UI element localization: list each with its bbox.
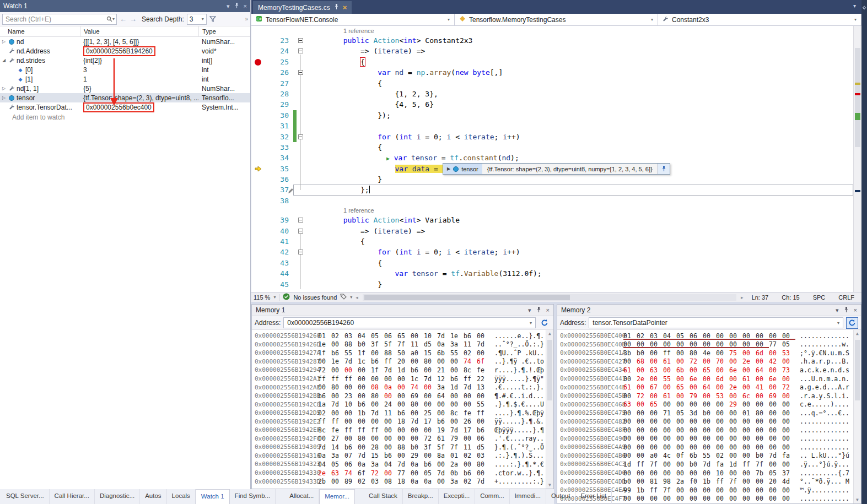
memory-row[interactable]: 0x000002556B0EC40D0000000000000000000000… — [557, 340, 861, 349]
watch-row[interactable]: ▷tensor{tf.Tensor: shape=(2, 3), dtype=u… — [0, 93, 250, 102]
current-statement-arrow-icon[interactable] — [251, 164, 266, 174]
bottom-tab[interactable]: Excepti... — [439, 489, 475, 504]
collapse-box-icon[interactable] — [298, 70, 303, 75]
watch-row[interactable]: ▷nd{[[1, 2, 3], [4, 5, 6]]}NumShar... — [0, 37, 250, 46]
tab-memorytestingcases[interactable]: MemoryTestingCases.cs × — [253, 1, 352, 14]
code-line[interactable]: 44 var tensor = tf.Variable(3112.0f); — [251, 268, 853, 279]
fold-margin[interactable] — [297, 247, 305, 257]
scroll-left-icon[interactable]: ◂ — [356, 295, 358, 300]
chevron-down-icon[interactable]: ▾ — [273, 295, 276, 300]
scrollbar-thumb[interactable] — [547, 340, 552, 400]
settings-gear-icon[interactable] — [862, 2, 866, 12]
bottom-tab[interactable]: Call Stack — [364, 489, 403, 504]
window-position-icon[interactable]: ▾ — [528, 307, 531, 314]
memory-row[interactable]: 0x000002556B1942600102030405066500107d1e… — [252, 332, 553, 340]
memory-row[interactable]: 0x000002556B0EC49C0000000000000000000000… — [557, 435, 861, 443]
fold-margin[interactable] — [297, 46, 305, 56]
forward-arrow-icon[interactable]: → — [130, 15, 137, 23]
memory-row[interactable]: 0x000002556B1942BBb600230080000069006400… — [252, 392, 553, 400]
memory-row[interactable]: 0x000002556B1942C81a7d10b600240080000000… — [252, 400, 553, 409]
member-dropdown[interactable]: Constant2x3 ▾ — [658, 14, 861, 25]
code-line[interactable]: 24 => (iterate) => — [251, 46, 853, 56]
filter-icon[interactable] — [209, 14, 216, 24]
refresh-icon[interactable] — [538, 317, 551, 329]
expander-icon[interactable]: ▶ — [447, 166, 450, 171]
datatip-name-cell[interactable]: ▶ tensor — [443, 164, 482, 174]
code-line[interactable]: 41 { — [251, 236, 853, 247]
memory-row[interactable]: 0x000002556B1943230405060a3a047d0ab6002a… — [252, 460, 553, 469]
memory-row[interactable]: 0x000002556B0EC4B60000a04c0f6b55020000b0… — [557, 452, 861, 460]
add-item-to-watch[interactable]: Add item to watch — [0, 112, 250, 123]
code-line[interactable]: 32 for (int i = 0; i < iterate; i++) — [251, 132, 853, 142]
memory-row[interactable]: 0x000002556B1943160a3a077d15b60029008a01… — [252, 452, 553, 460]
pin-icon[interactable] — [334, 4, 339, 12]
close-icon[interactable]: × — [546, 307, 550, 313]
code-line[interactable]: 28 {1, 2, 3}, — [251, 89, 853, 99]
code-line[interactable]: 39 public Action<int> Variable — [251, 215, 853, 225]
memory-row[interactable]: 0x000002556B19426D1e0088b03f5f7f11d50a3a… — [252, 340, 553, 349]
editor-vertical-scrollbar[interactable] — [853, 26, 861, 292]
project-dropdown[interactable]: C# TensorFlowNET.Console ▾ — [251, 14, 455, 25]
expander-icon[interactable]: ▷ — [1, 86, 7, 91]
code-line[interactable]: 25 { — [251, 57, 853, 67]
datatip-pin-icon[interactable] — [658, 164, 670, 174]
memory-row[interactable]: 0x000002556B0EC48F0000000000000000000000… — [557, 426, 861, 435]
column-name[interactable]: Name — [0, 28, 80, 35]
memory-row[interactable]: 0x000002556B0EC47500000071053db000000180… — [557, 409, 861, 418]
search-options-chevron-icon[interactable]: ▾ — [112, 17, 115, 21]
issues-status[interactable]: No issues found — [293, 294, 337, 301]
code-line[interactable]: 43 { — [251, 258, 853, 268]
fold-margin[interactable] — [297, 67, 305, 78]
bottom-tab[interactable]: Autos — [140, 489, 166, 504]
memory2-address-input[interactable]: tensor.TensorDataPointer ▾ — [589, 317, 843, 328]
codelens-references[interactable]: 1 reference — [251, 26, 853, 35]
window-position-icon[interactable]: ▾ — [836, 307, 839, 314]
memory-row[interactable]: 0x000002556B0EC4D0000000000000001000007b… — [557, 469, 861, 478]
memory-row[interactable]: 0x000002556B0EC4A90000000000000000000000… — [557, 443, 861, 452]
watch-row[interactable]: tensor.TensorDat...0x000002556b0ec400Sys… — [0, 102, 250, 112]
code-line[interactable]: 33 { — [251, 142, 853, 153]
bottom-tab[interactable]: Immedi... — [510, 489, 546, 504]
close-icon[interactable]: × — [854, 307, 857, 313]
back-arrow-icon[interactable]: ← — [120, 15, 127, 23]
bottom-tab[interactable]: Output — [546, 489, 576, 504]
memory-row[interactable]: 0x000002556B1942FC0027008000000000726179… — [252, 435, 553, 443]
memory-row[interactable]: 0x000002556B0EC41A3bb000ff00804e0075006d… — [557, 349, 861, 357]
watch-row[interactable]: ◆[0]3int — [0, 65, 250, 74]
memory-row[interactable]: 0x000002556B0EC4DDb00081982af01bff7f0000… — [557, 477, 861, 486]
memory1-address-input[interactable]: 0x000002556B194260 ▾ — [283, 317, 536, 328]
scroll-down-icon[interactable]: ▼ — [546, 483, 553, 487]
scroll-right-icon[interactable]: ▸ — [741, 295, 744, 300]
chevron-down-icon[interactable]: ▾ — [853, 3, 856, 9]
code-line[interactable]: 36 } — [251, 174, 853, 185]
collapse-box-icon[interactable] — [298, 48, 303, 53]
class-dropdown[interactable]: Tensorflow.MemoryTestingCases ▾ — [455, 14, 658, 25]
memory-row[interactable]: 0x000002556B19433D2b0089020308180a0a003a… — [252, 477, 553, 486]
collapse-box-icon[interactable] — [298, 229, 303, 234]
health-check-icon[interactable] — [283, 293, 290, 301]
pin-icon[interactable] — [234, 3, 239, 10]
code-line[interactable]: 30 }); — [251, 110, 853, 121]
code-line[interactable]: 27 { — [251, 78, 853, 89]
expander-icon[interactable]: ◢ — [1, 58, 7, 63]
scroll-down-icon[interactable]: ▼ — [854, 497, 861, 502]
code-line[interactable]: 45 } — [251, 279, 853, 290]
bottom-tab[interactable]: Memor... — [319, 489, 355, 504]
chevron-down-icon[interactable]: ▾ — [350, 295, 352, 300]
memory-row[interactable]: 0x000002556B0EC4C31dff7f0000b07dfa1dff7f… — [557, 460, 861, 469]
code-line[interactable]: 42 for (int i = 0; i < iterate; i++) — [251, 247, 853, 257]
column-value[interactable]: Value — [80, 26, 198, 36]
fold-margin[interactable] — [297, 132, 305, 142]
bottom-tab[interactable]: Watch 1 — [196, 489, 230, 504]
fold-margin[interactable] — [297, 226, 305, 236]
collapse-box-icon[interactable] — [298, 218, 303, 223]
memory-row[interactable]: 0x000002556B194287001e7d1cb6ff2000800000… — [252, 357, 553, 366]
memory-row[interactable]: 0x000002556B1943302e63746f72007700057d0b… — [252, 469, 553, 478]
scroll-up-icon[interactable]: ▲ — [854, 331, 861, 336]
tag-icon[interactable] — [340, 294, 347, 301]
bottom-tab[interactable]: SQL Server... — [1, 489, 50, 504]
memory-row[interactable]: 0x000002556B0EC44E61006700650064002e0041… — [557, 383, 861, 392]
memory-row[interactable]: 0x000002556B0EC441002e0055006e006d006100… — [557, 375, 861, 383]
bottom-tab[interactable]: Call Hierar... — [50, 489, 95, 504]
code-line[interactable]: 29 {4, 5, 6} — [251, 99, 853, 110]
